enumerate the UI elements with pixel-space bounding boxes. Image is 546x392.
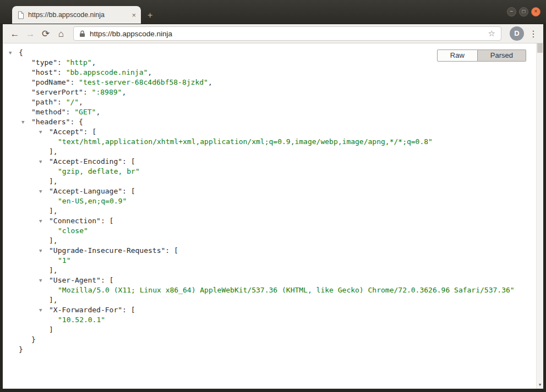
json-string-value: "http" [66,58,92,67]
browser-window: https://bb.appscode.ninja × + − □ × ← → … [0,0,546,392]
json-string-value: "10.52.0.1" [58,316,105,324]
json-punct: , [96,108,100,116]
json-punct: } [19,345,23,354]
json-string-value: ":8989" [92,88,122,96]
collapse-triangle-icon[interactable]: ▼ [39,129,47,135]
json-punct: } [31,335,36,344]
new-tab-button[interactable]: + [148,11,152,20]
json-key: "headers": { [31,118,83,126]
json-string-value: "Mozilla/5.0 (X11; Linux x86_64) AppleWe… [58,286,515,294]
browser-menu-icon[interactable]: ⋮ [528,29,539,39]
json-key: "Upgrade-Insecure-Requests": [ [49,246,178,255]
minimize-button[interactable]: − [507,7,516,16]
json-punct: ] [49,325,53,334]
json-key: "serverPort": [31,88,92,96]
json-key: "method": [31,108,74,116]
json-string-value: "test-server-68c4d6bf58-8jzkd" [79,78,208,86]
json-key: "podName": [31,78,79,86]
json-key: "Accept": [ [49,128,96,136]
json-line: ], [3,295,543,305]
json-punct: ], [49,177,58,185]
scrollbar-thumb[interactable] [537,43,543,53]
collapse-triangle-icon[interactable]: ▼ [39,218,47,224]
tab-title: https://bb.appscode.ninja [28,11,128,19]
reload-button[interactable]: ⟳ [38,29,53,38]
browser-tab[interactable]: https://bb.appscode.ninja × [12,6,141,24]
scroll-down-arrow-icon[interactable]: ▼ [537,381,543,389]
json-line: ], [3,176,543,186]
browser-toolbar: ← → ⟳ ⌂ https://bb.appscode.ninja ☆ D ⋮ [3,24,543,43]
collapse-triangle-icon[interactable]: ▼ [21,119,29,125]
json-punct: , [208,78,212,86]
json-line: ▼"Connection": [ [3,216,543,226]
json-punct: , [79,98,83,106]
window-controls: − □ × [507,7,540,16]
json-line: "en-US,en;q=0.9" [3,196,543,206]
json-line: "gzip, deflate, br" [3,167,543,176]
collapse-triangle-icon[interactable]: ▼ [9,49,17,56]
json-key: "Accept-Language": [ [49,187,135,195]
json-line: "text/html,application/xhtml+xml,applica… [3,137,543,147]
collapse-triangle-icon[interactable]: ▼ [39,277,47,284]
maximize-button[interactable]: □ [519,7,528,16]
json-line: ], [3,206,543,216]
json-key: "type": [31,58,66,67]
json-line: ▼"User-Agent": [ [3,275,543,285]
json-line: "Mozilla/5.0 (X11; Linux x86_64) AppleWe… [3,285,543,295]
json-line: ▼"X-Forwarded-For": [ [3,305,543,315]
json-punct: { [19,48,23,57]
json-line: ], [3,147,543,157]
title-bar: https://bb.appscode.ninja × + − □ × [0,0,546,24]
json-punct: ], [49,236,58,245]
collapse-triangle-icon[interactable]: ▼ [39,307,47,313]
close-button[interactable]: × [531,7,540,16]
home-button[interactable]: ⌂ [53,29,69,38]
url-text[interactable]: https://bb.appscode.ninja [90,30,488,38]
json-line: ], [3,266,543,275]
collapse-triangle-icon[interactable]: ▼ [39,158,47,165]
json-punct: ], [49,266,58,274]
page-favicon-icon [17,11,24,19]
back-button[interactable]: ← [7,29,23,38]
json-punct: ], [49,296,58,304]
json-line: ▼"Accept-Encoding": [ [3,157,543,167]
tab-close-icon[interactable]: × [132,12,136,19]
json-punct: , [92,58,96,67]
collapse-triangle-icon[interactable]: ▼ [39,188,47,195]
json-key: "host": [31,68,66,76]
collapse-triangle-icon[interactable]: ▼ [39,247,47,254]
json-punct: , [148,68,152,76]
json-line: ▼"headers": { [3,117,543,127]
scrollbar[interactable]: ▼ [536,43,543,389]
json-line: "1" [3,256,543,266]
json-line: "close" [3,226,543,236]
bookmark-star-icon[interactable]: ☆ [488,29,495,38]
json-line: ▼"Accept": [ [3,127,543,137]
address-bar[interactable]: https://bb.appscode.ninja ☆ [73,26,501,41]
json-string-value: "gzip, deflate, br" [58,167,140,175]
page-content: Raw Parsed ▼{ "type": "http", "host": "b… [3,43,543,389]
json-string-value: "en-US,en;q=0.9" [58,197,127,205]
json-line: ▼{ [3,48,543,58]
json-string-value: "/" [66,98,79,106]
json-line: "method": "GET", [3,107,543,117]
json-line: ], [3,236,543,246]
json-punct: ], [49,147,58,156]
json-punct: ], [49,207,58,215]
forward-button[interactable]: → [23,29,38,38]
json-punct: , [122,88,126,96]
json-line: } [3,335,543,345]
json-line: ] [3,325,543,335]
json-string-value: "GET" [74,108,96,116]
json-line: "path": "/", [3,97,543,107]
json-key: "X-Forwarded-For": [ [49,306,135,314]
json-string-value: "text/html,application/xhtml+xml,applica… [58,137,433,146]
json-key: "Accept-Encoding": [ [49,157,135,165]
json-line: "podName": "test-server-68c4d6bf58-8jzkd… [3,78,543,87]
profile-avatar[interactable]: D [510,26,524,41]
json-line: "serverPort": ":8989", [3,87,543,97]
json-string-value: "close" [58,227,88,235]
json-line: "10.52.0.1" [3,315,543,325]
json-key: "path": [31,98,66,106]
json-line: "type": "http", [3,58,543,68]
